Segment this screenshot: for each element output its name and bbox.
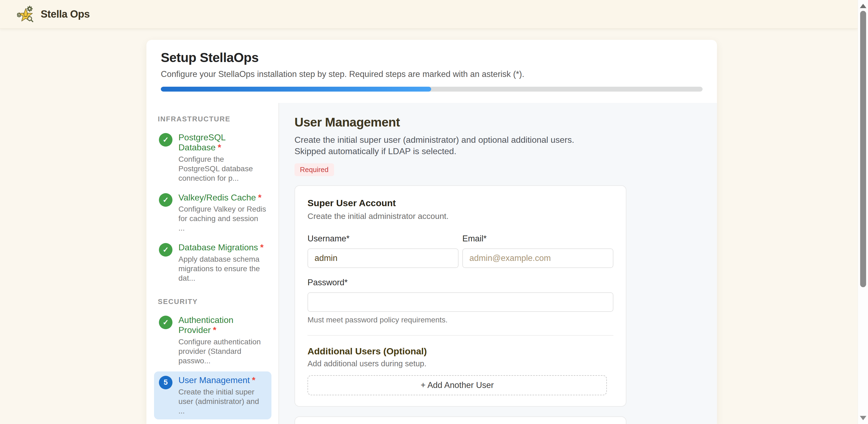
step-description: Configure authentication provider (Stand…	[179, 337, 267, 365]
additional-users-subtitle: Add additional users during setup.	[308, 359, 613, 368]
username-field-group: Username*	[308, 234, 459, 268]
page-scrollbar[interactable]	[858, 0, 868, 424]
required-asterisk: *	[213, 325, 216, 335]
password-input[interactable]	[308, 292, 613, 312]
step-description: Apply database schema migrations to ensu…	[179, 254, 267, 283]
password-field-group: Password* Must meet password policy requ…	[308, 278, 613, 324]
add-another-user-button[interactable]: + Add Another User	[308, 375, 607, 395]
sidebar-item-valkey-redis-cache[interactable]: ✓ Valkey/Redis Cache* Configure Valkey o…	[154, 189, 272, 237]
setup-progress-bar	[161, 87, 703, 92]
username-input[interactable]	[308, 249, 459, 268]
setup-steps-sidebar: INFRASTRUCTURE ✓ PostgreSQL Database* Co…	[147, 103, 279, 424]
step-number-badge: 5	[159, 376, 173, 389]
setup-header: Setup StellaOps Configure your StellaOps…	[147, 40, 717, 92]
email-label: Email*	[462, 234, 613, 243]
step-title: Authentication Provider*	[179, 315, 267, 335]
step-content: User Management Create the initial super…	[279, 103, 717, 424]
step-heading: User Management	[294, 115, 702, 130]
step-title: Valkey/Redis Cache*	[179, 193, 267, 203]
super-user-card: Super User Account Create the initial ad…	[294, 185, 626, 407]
username-label: Username*	[308, 234, 459, 243]
additional-users-title: Additional Users (Optional)	[308, 346, 613, 357]
step-complete-icon: ✓	[159, 243, 173, 257]
sidebar-item-database-migrations[interactable]: ✓ Database Migrations* Apply database sc…	[154, 239, 272, 287]
scrollbar-down-arrow-icon[interactable]	[860, 416, 866, 420]
required-asterisk: *	[258, 193, 261, 202]
brand: Stella Ops	[17, 5, 90, 23]
super-user-card-subtitle: Create the initial administrator account…	[308, 211, 613, 221]
email-input[interactable]	[462, 249, 613, 268]
scrollbar-up-arrow-icon[interactable]	[860, 4, 866, 8]
brand-name: Stella Ops	[41, 8, 90, 20]
step-complete-icon: ✓	[159, 193, 173, 207]
top-bar: Stella Ops	[0, 0, 858, 29]
sidebar-item-postgresql-database[interactable]: ✓ PostgreSQL Database* Configure the Pos…	[154, 129, 272, 187]
setup-progress-fill	[161, 87, 431, 92]
required-badge: Required	[294, 163, 334, 176]
step-title: Database Migrations*	[179, 242, 267, 253]
required-asterisk: *	[252, 375, 255, 385]
page-title: Setup StellaOps	[161, 50, 703, 65]
sidebar-item-authentication-provider[interactable]: ✓ Authentication Provider* Configure aut…	[154, 311, 272, 369]
section-security: SECURITY ✓ Authentication Provider* Conf…	[154, 297, 272, 424]
step-description: Create the initial super user (administr…	[179, 387, 267, 416]
step-complete-icon: ✓	[159, 316, 173, 329]
super-user-card-title: Super User Account	[308, 198, 613, 208]
card-divider	[308, 335, 613, 336]
password-label: Password*	[308, 278, 613, 288]
page-subtitle: Configure your StellaOps installation st…	[161, 69, 703, 79]
step-complete-icon: ✓	[159, 133, 173, 146]
sidebar-item-user-management[interactable]: 5 User Management* Create the initial su…	[154, 371, 272, 419]
step-title: User Management*	[179, 375, 267, 385]
stella-ops-logo-icon	[17, 5, 35, 23]
required-asterisk: *	[218, 142, 221, 152]
step-description-text: Create the initial super user (administr…	[294, 134, 595, 157]
required-asterisk: *	[260, 242, 263, 252]
section-infrastructure: INFRASTRUCTURE ✓ PostgreSQL Database* Co…	[154, 115, 272, 287]
validation-checks-card: Validation Checks exists Check passed	[294, 416, 626, 424]
step-description: Configure Valkey or Redis for caching an…	[179, 204, 267, 233]
step-description: Configure the PostgreSQL database connec…	[179, 155, 267, 183]
sidebar-item-cryptographic-provider[interactable]: ✓ Cryptographic Provider Select cryptogr…	[154, 422, 272, 424]
setup-panel: Setup StellaOps Configure your StellaOps…	[147, 40, 717, 424]
scrollbar-thumb[interactable]	[860, 11, 866, 287]
email-field-group: Email*	[462, 234, 613, 268]
password-hint: Must meet password policy requirements.	[308, 316, 613, 324]
section-label-infrastructure: INFRASTRUCTURE	[158, 115, 272, 123]
step-title: PostgreSQL Database*	[179, 132, 267, 153]
section-label-security: SECURITY	[158, 297, 272, 306]
